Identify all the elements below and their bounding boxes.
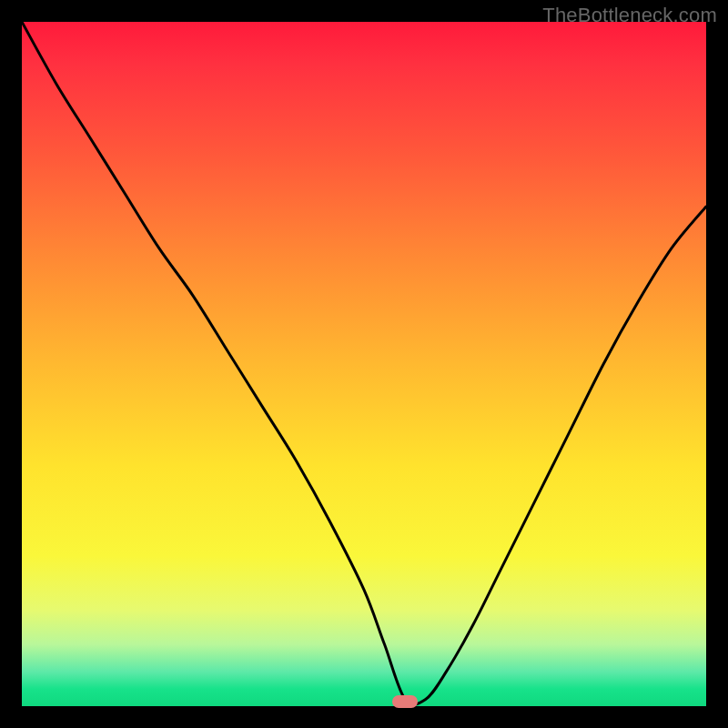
- chart-outer: TheBottleneck.com: [0, 0, 728, 728]
- watermark-text: TheBottleneck.com: [542, 4, 717, 27]
- optimal-marker: [392, 695, 418, 708]
- plot-area: [22, 22, 706, 706]
- bottleneck-curve: [22, 22, 706, 706]
- curve-path: [22, 22, 706, 704]
